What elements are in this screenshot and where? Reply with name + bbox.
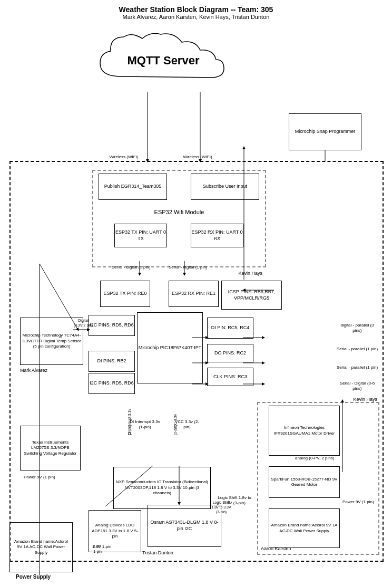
mark-alvarez-label: Mark Alvarez bbox=[20, 368, 47, 373]
esp32-tx-top-label: ESP32 TX PIN: UART 0 TX bbox=[115, 229, 166, 242]
power-9v-label-left: Power 9V (1 pin) bbox=[24, 475, 55, 480]
serial-digital-label-1: Serial - digital (1 pin) bbox=[112, 265, 150, 270]
icsp-label: ICSP PINS: RB6,RB7, VPP/MCLR/RG5 bbox=[222, 289, 281, 301]
svg-text:Wireless (WIFI): Wireless (WIFI) bbox=[109, 155, 138, 159]
pic-label: Microchip PIC18F67K40T-IPT bbox=[139, 345, 202, 351]
do-label: DO PINS: RC2 bbox=[214, 350, 246, 357]
vcc-label: VCC 3.3v (2-pin) bbox=[174, 419, 200, 429]
power-supply-label: Power Supply bbox=[16, 574, 51, 580]
snap-programmer-box: Microchip Snap Programmer bbox=[289, 113, 361, 150]
i2c-bottom-label: I2C PINS: RD5, RD6 bbox=[90, 380, 134, 387]
page-title: Weather Station Block Diagram -- Team: 3… bbox=[5, 5, 387, 20]
di-bottom-label: DI PINS: RB2 bbox=[97, 358, 126, 364]
do-box: DO PINS: RC2 bbox=[207, 344, 253, 362]
power-9v-label-1: Power 9V (1 pin) bbox=[342, 499, 374, 505]
pic-box: Microchip PIC18F67K40T-IPT bbox=[137, 312, 203, 383]
texas-instruments-label: Texas Instruements LM2575S-3.3/NOPB Swit… bbox=[22, 440, 79, 456]
publish-label: Publish EGR314_Team305 bbox=[104, 184, 162, 190]
main-system-box: ESP32 Wifi Module Publish EGR314_Team305… bbox=[9, 161, 384, 562]
team-members: Mark Alvarez, Aaron Karsten, Kevin Hays,… bbox=[5, 14, 387, 20]
infineon-label: Infineon Technologies IFX9201SGAUMA1 Mot… bbox=[271, 425, 338, 436]
i2c-top-label: I2C PINS: RD5, RD6 bbox=[90, 322, 134, 329]
amazon-left-label: Amazon Brand name:Aclorol 9V 1A AC-DC Wa… bbox=[12, 539, 71, 555]
i2c-top-box: I2C PINS: RD5, RD6 bbox=[89, 315, 135, 336]
esp32-module-label: ESP32 Wifi Module bbox=[93, 209, 265, 215]
icsp-box: ICSP PINS: RB6,RB7, VPP/MCLR/RG5 bbox=[221, 281, 282, 310]
esp32-rx-top-label: ESP32 RX PIN: UART 0 RX bbox=[191, 229, 243, 242]
bottom-right-dashed-box: Infineon Technologies IFX9201SGAUMA1 Mot… bbox=[257, 402, 379, 555]
osram-box: Osram AS7343L-DLGM 1.8 V 8-pin I2C bbox=[148, 505, 221, 547]
temp-sensor-label: Microchip Technology TC74A4-3.3VCTTR Dig… bbox=[22, 333, 81, 349]
kevin-hays-label-1: Kevin Hays bbox=[238, 271, 262, 276]
serial-digital-label-3: Serial - Digital (3-6 pins) bbox=[336, 381, 378, 391]
subscribe-box: Subscribe User Input bbox=[191, 174, 259, 200]
infineon-box: Infineon Technologies IFX9201SGAUMA1 Mot… bbox=[269, 406, 340, 456]
sparkfun-label: SparkFun 1568-ROB-15277-ND 9V Geared Mot… bbox=[271, 477, 338, 488]
amazon-right-box: Amazon Brand name:Aclorol 9V 1A AC-DC Wa… bbox=[269, 508, 340, 548]
aaron-karsten-label: Aaron Karsten bbox=[261, 546, 291, 551]
amazon-left-box: Amazon Brand name:Aclorol 9V 1A AC-DC Wa… bbox=[9, 522, 73, 572]
serial-parallel-label-1: Serial - parallel (1 pin) bbox=[336, 347, 378, 352]
di-interrupt-label: DI Interrupt 3.3v (1-pin) bbox=[129, 419, 161, 429]
di-bottom-box: DI PINS: RB2 bbox=[89, 351, 135, 372]
analog-label: analog (0-PV, 2 pins) bbox=[295, 456, 334, 460]
di-box: DI PIN: RC5, RC4 bbox=[207, 318, 253, 339]
amazon-right-label: Amazon Brand name:Aclorol 9V 1A AC-DC Wa… bbox=[271, 523, 338, 534]
i2c-bottom-box: I2C PINS: RD5, RD6 bbox=[89, 373, 135, 394]
temp-sensor-box: Microchip Technology TC74A4-3.3VCTTR Dig… bbox=[20, 318, 83, 365]
esp32-rx-top-box: ESP32 RX PIN: UART 0 RX bbox=[191, 224, 243, 247]
esp32-tx-bottom-box: ESP32 TX PIN: RE0 bbox=[100, 281, 150, 307]
publish-box: Publish EGR314_Team305 bbox=[99, 174, 167, 200]
kevin-hays-label-2: Kevin Hays bbox=[353, 397, 377, 402]
svg-text:Wireless (WIFI): Wireless (WIFI) bbox=[183, 155, 212, 159]
texas-instruments-box: Texas Instruements LM2575S-3.3/NOPB Swit… bbox=[20, 426, 81, 470]
mqtt-cloud: MQTT Server bbox=[90, 29, 237, 92]
tristan-dunton-label: Tristan Dunton bbox=[142, 550, 173, 555]
sparkfun-box: SparkFun 1568-ROB-15277-ND 9V Geared Mot… bbox=[269, 466, 340, 498]
subscribe-label: Subscribe User Input bbox=[203, 184, 247, 190]
logic-shift-label: Logic Shift 1.8v to 3.3V (3-pin) bbox=[213, 495, 256, 505]
analog-devices-label: Analog Devices LDO ADP151 3.3V to 1.8 V … bbox=[91, 523, 139, 539]
mqtt-label: MQTT Server bbox=[128, 54, 200, 68]
snap-programmer-label: Microchip Snap Programmer bbox=[295, 129, 356, 135]
serial-digital-label-2: Serial - digital (1 pin) bbox=[169, 265, 207, 270]
1v8-1pin-label: 1.8V 1-pin bbox=[92, 544, 111, 549]
serial-parallel-label-2: Serial - parallel (1 pin) bbox=[336, 365, 378, 370]
di-label: DI PIN: RC5, RC4 bbox=[211, 325, 250, 331]
nxp-label: NXP Semiconductors IC Translator (Bidire… bbox=[115, 479, 209, 496]
esp32-rx-bottom-label: ESP32 RX PIN: RE1 bbox=[172, 291, 215, 297]
esp32-tx-top-box: ESP32 TX PIN: UART 0 TX bbox=[114, 224, 167, 247]
clk-label: CLK PINS: RC3 bbox=[213, 374, 247, 380]
esp32-tx-bottom-label: ESP32 TX PIN: RE0 bbox=[104, 291, 147, 297]
digital-parallel-label: digital - parallel (3 pins) bbox=[336, 323, 378, 333]
diagram-title: Weather Station Block Diagram -- Team: 3… bbox=[5, 5, 387, 14]
esp32-wifi-box: ESP32 Wifi Module Publish EGR314_Team305… bbox=[92, 170, 266, 267]
osram-label: Osram AS7343L-DLGM 1.8 V 8-pin I2C bbox=[150, 520, 219, 532]
esp32-rx-bottom-box: ESP32 RX PIN: RE1 bbox=[169, 281, 219, 307]
nxp-box: NXP Semiconductors IC Translator (Bidire… bbox=[113, 467, 211, 509]
clk-box: CLK PINS: RC3 bbox=[207, 368, 253, 386]
